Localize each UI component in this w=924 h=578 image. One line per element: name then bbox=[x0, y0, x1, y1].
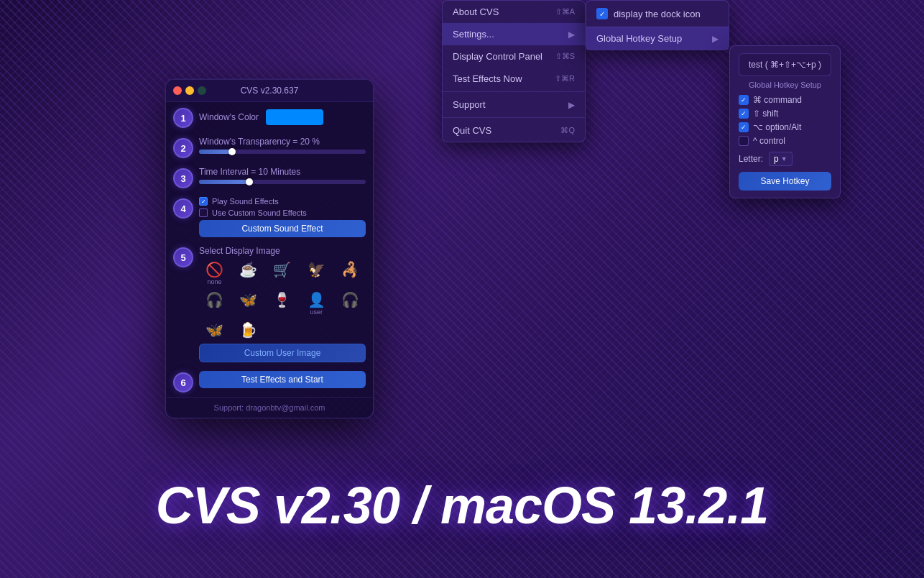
play-sound-checkbox[interactable] bbox=[199, 197, 208, 206]
global-hotkey-arrow: ▶ bbox=[712, 34, 719, 44]
settings-submenu: ✓ display the dock icon Global Hotkey Se… bbox=[586, 0, 729, 50]
test-label: Test Effects Now bbox=[453, 73, 522, 84]
image-wine[interactable]: 🍷 bbox=[267, 290, 297, 318]
step-3-row: 3 Time Interval = 10 Minutes bbox=[166, 162, 373, 193]
minimize-button[interactable] bbox=[185, 86, 194, 95]
butterfly2-icon: 🦋 bbox=[205, 323, 223, 337]
hotkey-test-display: test ( ⌘+⇧+⌥+p ) bbox=[739, 53, 831, 76]
image-cart[interactable]: 🛒 bbox=[267, 260, 297, 288]
none-label: none bbox=[208, 278, 222, 285]
window-titlebar: CVS v2.30.637 bbox=[166, 80, 373, 102]
step-1-circle: 1 bbox=[173, 108, 193, 128]
settings-arrow: ▶ bbox=[568, 29, 575, 40]
command-checkbox[interactable]: ✓ bbox=[739, 95, 749, 105]
butterfly-icon: 🦋 bbox=[239, 293, 257, 307]
traffic-lights bbox=[173, 86, 206, 95]
eagle-icon: 🦅 bbox=[308, 262, 325, 277]
support-row: Support: dragonbtv@gmail.com bbox=[166, 397, 373, 418]
menu-item-test[interactable]: Test Effects Now ⇧⌘R bbox=[443, 68, 585, 90]
letter-label-text: Letter: bbox=[739, 154, 763, 164]
menu-item-support[interactable]: Support ▶ bbox=[443, 93, 585, 116]
hotkey-subtitle: Global Hotkey Setup bbox=[739, 81, 831, 89]
menu-item-display[interactable]: Display Control Panel ⇧⌘S bbox=[443, 45, 585, 68]
display-shortcut: ⇧⌘S bbox=[555, 52, 575, 61]
headphones-icon: 🎧 bbox=[205, 293, 223, 307]
image-grid: 🚫 none ☕ 🛒 🦅 🦂 🎧 bbox=[199, 259, 366, 341]
hotkey-control-row: ^ control bbox=[739, 136, 831, 146]
letter-select[interactable]: p ▼ bbox=[769, 152, 793, 166]
menu-sep-1 bbox=[443, 91, 585, 92]
custom-sound-checkbox[interactable] bbox=[199, 208, 208, 217]
play-sound-label: Play Sound Effects bbox=[212, 197, 279, 206]
step-6-circle: 6 bbox=[173, 372, 193, 393]
image-headphones[interactable]: 🎧 bbox=[199, 290, 230, 318]
interval-slider[interactable] bbox=[199, 180, 366, 184]
step-6-content: Test Effects and Start bbox=[199, 371, 366, 388]
control-checkbox[interactable] bbox=[739, 136, 749, 146]
option-checkbox[interactable]: ✓ bbox=[739, 122, 749, 132]
dock-icon-item[interactable]: ✓ display the dock icon bbox=[586, 1, 729, 27]
image-none[interactable]: 🚫 none bbox=[199, 260, 230, 288]
step-2-content: Window's Transparency = 20 % bbox=[199, 137, 366, 154]
scorpion-icon: 🦂 bbox=[341, 262, 359, 277]
image-scorpion[interactable]: 🦂 bbox=[335, 260, 366, 288]
bottom-title: CVS v2.30 / macOS 13.2.1 bbox=[0, 476, 924, 535]
letter-row: Letter: p ▼ bbox=[739, 152, 831, 166]
shift-label: ⇧ shift bbox=[753, 109, 778, 119]
shift-checkbox[interactable]: ✓ bbox=[739, 109, 749, 119]
quit-shortcut: ⌘Q bbox=[560, 126, 575, 135]
play-sound-row: Play Sound Effects bbox=[199, 197, 366, 206]
support-label: Support: dragonbtv@gmail.com bbox=[214, 403, 325, 412]
headphones2-icon: 🎧 bbox=[341, 293, 359, 307]
custom-sound-effect-button[interactable]: Custom Sound Effect bbox=[199, 220, 366, 237]
step-4-row: 4 Play Sound Effects Use Custom Sound Ef… bbox=[166, 193, 373, 242]
hotkey-command-row: ✓ ⌘ command bbox=[739, 95, 831, 105]
menu-sep-2 bbox=[443, 117, 585, 118]
quit-label: Quit CVS bbox=[453, 125, 491, 136]
step-5-content: Select Display Image 🚫 none ☕ 🛒 🦅 🦂 bbox=[199, 246, 366, 362]
save-hotkey-button[interactable]: Save Hotkey bbox=[739, 172, 831, 191]
image-coffee[interactable]: ☕ bbox=[233, 260, 264, 288]
close-button[interactable] bbox=[173, 86, 182, 95]
about-label: About CVS bbox=[453, 6, 499, 17]
user-icon: 👤 bbox=[308, 293, 325, 307]
image-butterfly2[interactable]: 🦋 bbox=[199, 321, 230, 339]
coffee-icon: ☕ bbox=[239, 262, 257, 277]
step-2-circle: 2 bbox=[173, 138, 193, 158]
step-2-row: 2 Window's Transparency = 20 % bbox=[166, 132, 373, 162]
step-3-content: Time Interval = 10 Minutes bbox=[199, 167, 366, 184]
maximize-button[interactable] bbox=[198, 86, 206, 95]
step-4-circle: 4 bbox=[173, 198, 193, 219]
menu-item-about[interactable]: About CVS ⇧⌘A bbox=[443, 1, 585, 23]
none-icon: 🚫 bbox=[205, 262, 223, 277]
app-window: CVS v2.30.637 1 Window's Color 2 Window'… bbox=[165, 79, 374, 418]
step-2-label: Window's Transparency = 20 % bbox=[199, 137, 366, 147]
image-user[interactable]: 👤 user bbox=[301, 290, 332, 318]
step-1-content: Window's Color bbox=[199, 106, 366, 125]
menu-item-quit[interactable]: Quit CVS ⌘Q bbox=[443, 119, 585, 142]
main-menu: About CVS ⇧⌘A Settings... ▶ Display Cont… bbox=[442, 0, 586, 142]
control-label: ^ control bbox=[753, 136, 785, 146]
transparency-slider[interactable] bbox=[199, 150, 366, 154]
image-butterfly[interactable]: 🦋 bbox=[233, 290, 264, 318]
support-arrow: ▶ bbox=[568, 100, 575, 110]
support-menu-label: Support bbox=[453, 99, 486, 110]
image-eagle[interactable]: 🦅 bbox=[301, 260, 332, 288]
hotkey-submenu: test ( ⌘+⇧+⌥+p ) Global Hotkey Setup ✓ ⌘… bbox=[729, 45, 841, 198]
letter-dropdown-icon: ▼ bbox=[781, 155, 787, 162]
beer-icon: 🍺 bbox=[239, 323, 257, 337]
image-beer[interactable]: 🍺 bbox=[233, 321, 264, 339]
step-3-label: Time Interval = 10 Minutes bbox=[199, 167, 366, 177]
dock-icon-checkbox[interactable]: ✓ bbox=[596, 8, 608, 19]
test-shortcut: ⇧⌘R bbox=[555, 74, 575, 83]
test-effects-button[interactable]: Test Effects and Start bbox=[199, 371, 366, 388]
command-label: ⌘ command bbox=[753, 95, 802, 105]
custom-user-image-button[interactable]: Custom User Image bbox=[199, 344, 366, 362]
color-swatch[interactable] bbox=[266, 109, 323, 125]
menu-item-settings[interactable]: Settings... ▶ bbox=[443, 23, 585, 45]
step-1-row: 1 Window's Color bbox=[166, 102, 373, 132]
settings-label: Settings... bbox=[453, 29, 494, 40]
image-headphones2[interactable]: 🎧 bbox=[335, 290, 366, 318]
user-label: user bbox=[310, 308, 323, 316]
global-hotkey-item[interactable]: Global Hotkey Setup ▶ bbox=[586, 27, 729, 50]
